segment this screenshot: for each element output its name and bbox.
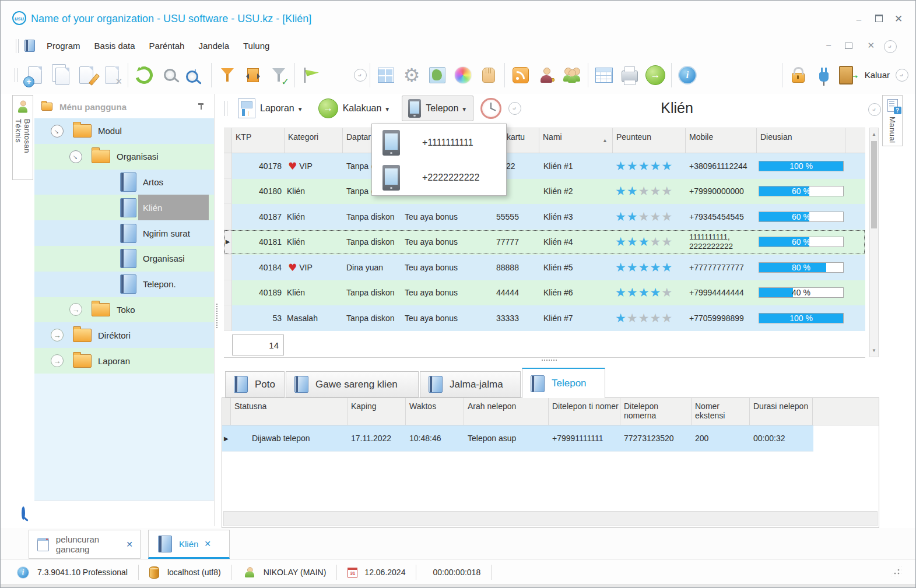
sidebar-search-bar[interactable] (34, 501, 214, 526)
filter-button[interactable] (215, 62, 240, 89)
table-row[interactable]: 40184 ♥VIP Dina yuan Teu aya bonus 88888… (224, 255, 865, 280)
tab-poto[interactable]: Poto (225, 371, 285, 397)
lock-button[interactable] (785, 62, 811, 89)
menu-tulung[interactable]: Tulung (236, 37, 276, 55)
search-in-table-button[interactable] (183, 62, 208, 89)
rss-feed-button[interactable] (508, 62, 534, 89)
close-button[interactable]: ✕ (892, 15, 905, 25)
column-header-kategori[interactable]: Kategori (285, 128, 343, 153)
tree-item-laporan[interactable]: → Laporan (34, 348, 214, 374)
tree-item-klien-selected[interactable]: Klién (34, 195, 214, 220)
refresh-button[interactable] (131, 62, 157, 89)
color-theme-button[interactable] (450, 62, 476, 89)
menu-overflow-button[interactable]: › (884, 40, 897, 53)
laporan-button[interactable]: Laporan ▼ (232, 96, 309, 121)
pin-icon[interactable] (198, 103, 205, 111)
column-header-waktos[interactable]: Waktos (406, 398, 464, 425)
manual-tab[interactable]: Manual (882, 95, 903, 146)
tab-telepon-active[interactable]: Telepon (522, 368, 605, 398)
tree-item-direktori[interactable]: → Diréktori (34, 322, 214, 348)
menu-program[interactable]: Program (40, 37, 87, 55)
title-overflow-button[interactable]: › (868, 103, 881, 116)
horizontal-splitter[interactable] (542, 360, 557, 361)
tree-item-artos[interactable]: Artos (34, 170, 214, 195)
toolbar-grip[interactable] (224, 101, 227, 116)
close-icon[interactable]: ✕ (204, 539, 211, 548)
table-row[interactable]: 40178 ♥VIP Tanpa diskon 22 Klién #1 ★★★★… (224, 153, 865, 179)
close-icon[interactable]: ✕ (126, 540, 133, 549)
column-header-ditelepon-nomerna[interactable]: Ditelepon nomerna (620, 398, 692, 425)
call-row[interactable]: ▶ Dijawab telepon 17.11.2022 10:48:46 Te… (222, 425, 813, 452)
tree-item-modul[interactable]: → Modul (34, 118, 214, 144)
toolbar-grip[interactable] (16, 39, 19, 53)
info-button[interactable]: i (675, 62, 700, 89)
mdi-minimize-button[interactable]: – (826, 40, 831, 50)
mdi-restore-button[interactable] (845, 41, 852, 51)
user-permissions-button[interactable] (534, 62, 559, 89)
filter-range-button[interactable] (240, 62, 266, 89)
settings-button[interactable]: ⚙ (399, 62, 424, 89)
flag-button[interactable] (298, 62, 324, 89)
column-header-nomer-ekstensi[interactable]: Nomer ekstensi (692, 398, 750, 425)
title-bar[interactable]: usu Name of your organization - USU soft… (1, 1, 915, 36)
menu-basis-data[interactable]: Basis data (87, 37, 142, 55)
tree-item-ngirim-surat[interactable]: Ngirim surat (34, 220, 214, 246)
users-group-button[interactable] (559, 62, 585, 89)
tab-jalma-jalma[interactable]: Jalma-jalma (420, 371, 521, 397)
tree-item-organisasi[interactable]: → Organisasi (34, 144, 214, 170)
call-history-button[interactable] (478, 95, 504, 122)
table-row[interactable]: 53 Masalah Tanpa diskon Teu aya bonus 33… (224, 305, 865, 331)
print-button[interactable] (617, 62, 643, 89)
column-header-mobile[interactable]: Mobile (686, 128, 757, 153)
vertical-scrollbar[interactable]: ▲ ▼ (869, 128, 879, 357)
scroll-down-icon[interactable]: ▼ (870, 348, 878, 353)
menu-parentah[interactable]: Paréntah (142, 37, 192, 55)
kalakuan-button[interactable]: → Kalakuan ▼ (313, 96, 396, 121)
column-header-ditelepon-ti-nomer[interactable]: Ditelepon ti nomer (549, 398, 620, 425)
hand-pan-button[interactable] (476, 62, 501, 89)
scroll-up-icon[interactable]: ▲ (870, 132, 878, 137)
go-next-button[interactable]: → (643, 62, 668, 89)
exit-button[interactable]: → (837, 62, 862, 89)
actionbar-overflow-button[interactable]: › (508, 102, 521, 115)
toolbar-overflow-button[interactable]: › (354, 69, 367, 82)
column-header-dieusian[interactable]: Dieusian (757, 128, 845, 153)
tree-item-telepon[interactable]: Telepon. (34, 272, 214, 297)
column-header-ktp[interactable]: KTP (232, 128, 285, 153)
toolbar-overflow-button[interactable]: › (896, 69, 908, 82)
window-tab-klien-active[interactable]: Klién ✕ (148, 530, 230, 559)
table-row[interactable]: 40180 Klién Tanpa diskon Klién #2 ★★★★★ … (224, 179, 865, 205)
map-button[interactable] (424, 62, 450, 89)
column-header-arah-nelepon[interactable]: Arah nelepon (464, 398, 549, 425)
mdi-close-button[interactable]: ✕ (867, 40, 875, 51)
grid-view-button[interactable] (373, 62, 399, 89)
phone-menu-item[interactable]: +1111111111 (372, 126, 506, 159)
table-row-selected[interactable]: ▶ 40181 Klién Tanpa diskon Teu aya bonus… (224, 230, 865, 255)
column-header-peunteun[interactable]: Peunteun (613, 128, 686, 153)
window-tab-peluncuran-gancang[interactable]: peluncuran gancang ✕ (29, 530, 141, 559)
delete-record-button[interactable] (99, 62, 125, 89)
column-header-statusna[interactable]: Statusna (231, 398, 348, 425)
table-view-button[interactable] (591, 62, 617, 89)
expand-icon[interactable]: → (69, 303, 82, 316)
minimize-button[interactable]: – (852, 15, 865, 25)
column-header-kaping[interactable]: Kaping (348, 398, 406, 425)
menu-jandela[interactable]: Jandela (191, 37, 236, 55)
scrollbar-thumb[interactable] (871, 141, 877, 228)
toolbar-grip[interactable] (15, 68, 17, 82)
search-button[interactable] (157, 62, 183, 89)
tree-item-toko[interactable]: → Toko (34, 297, 214, 323)
support-tab[interactable]: Bantosan Téknis (12, 95, 33, 180)
collapse-icon[interactable]: → (51, 125, 64, 138)
tab-gawe-sareng-klien[interactable]: Gawe sareng klien (286, 371, 419, 397)
exit-label[interactable]: Kaluar (865, 70, 890, 80)
copy-record-button[interactable] (48, 62, 73, 89)
info-icon[interactable]: i (17, 566, 29, 579)
plugin-button[interactable] (811, 62, 837, 89)
search-icon[interactable] (22, 506, 25, 520)
tree-item-organisasi-2[interactable]: Organisasi (34, 246, 214, 272)
expand-icon[interactable]: → (51, 329, 64, 341)
column-header-durasi-nelepon[interactable]: Durasi nelepon (750, 398, 813, 425)
sidebar-splitter[interactable] (216, 304, 217, 328)
filter-apply-button[interactable]: ✓ (266, 62, 292, 89)
